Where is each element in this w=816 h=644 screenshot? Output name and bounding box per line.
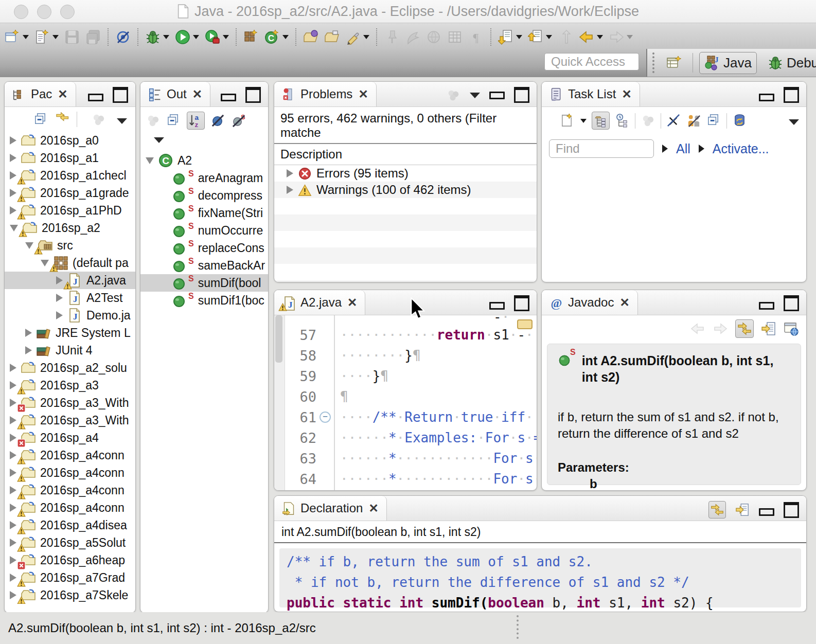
expand-arrow[interactable] [699,145,704,153]
minimize-view-icon[interactable] [489,302,505,310]
expand-arrow-icon[interactable] [287,169,293,177]
close-tab-icon[interactable]: ✕ [358,87,368,101]
pin-editor-icon[interactable] [382,28,401,46]
minimize-view-icon[interactable] [759,302,774,310]
editor-code-line[interactable]: 64······*············For·s·= [285,469,537,489]
expand-arrow-icon[interactable] [56,311,63,319]
outline-tree-item[interactable]: SareAnagram [140,169,268,187]
perspective-java-button[interactable]: J Java [699,52,757,74]
expand-arrow-icon[interactable] [10,434,16,442]
tab-task-list[interactable]: Task List ✕ [542,82,640,106]
package-tree-item[interactable]: JDemo.ja [5,307,135,324]
quick-access-input[interactable]: Quick Access [544,53,639,70]
collapse-all-icon[interactable] [33,112,48,127]
hide-fields-icon[interactable] [210,113,225,128]
new-file-icon[interactable] [33,28,60,46]
package-tree-item[interactable]: 2016sp_a4 [5,429,135,446]
expand-arrow[interactable] [662,145,668,153]
view-menu-icon[interactable] [789,119,799,125]
editor-code-line[interactable]: 57············return·s1·-· [285,325,537,345]
skip-breakpoints-icon[interactable] [114,28,132,46]
tab-package-explorer[interactable]: Pac ✕ [5,82,76,106]
tab-declaration[interactable]: Declaration ✕ [274,496,387,521]
outline-tree-item[interactable]: SreplaceCons [140,239,268,257]
package-tree-item[interactable]: src [5,237,135,254]
editor-left-ruler[interactable] [274,315,285,491]
mark-occurrences-icon[interactable] [344,28,371,46]
package-tree-item[interactable]: 2016sp_a4conn [5,446,135,464]
back-icon[interactable] [577,28,605,46]
package-tree-item[interactable]: 2016sp_a7Grad [5,569,135,586]
package-tree-item[interactable]: 2016sp_a0 [5,132,135,149]
package-tree-item[interactable]: 2016sp_a6heap [5,551,135,569]
new-task-dropdown-icon[interactable] [580,119,587,123]
expand-arrow-icon[interactable] [10,521,16,529]
expand-arrow-icon[interactable] [10,381,16,389]
close-tab-icon[interactable]: ✕ [622,87,631,101]
fold-collapse-icon[interactable]: − [320,412,331,423]
editor-code-line[interactable]: 63······*············For·s·= [285,448,537,469]
hide-static-members-icon[interactable]: S [231,113,246,128]
package-tree-item[interactable]: JA2.java [5,272,135,289]
collapse-arrow-icon[interactable] [146,157,154,164]
link-with-editor-icon[interactable] [708,501,726,518]
tab-problems[interactable]: Problems ✕ [274,82,377,106]
status-drag-handle[interactable] [517,615,522,639]
expand-arrow-icon[interactable] [10,364,16,372]
maximize-view-icon[interactable] [514,295,529,311]
expand-arrow-icon[interactable] [10,556,16,564]
new-wizard-icon[interactable] [3,28,30,46]
package-tree-item[interactable]: 2016sp_a2_solu [5,359,135,377]
collapse-arrow-icon[interactable] [10,225,18,231]
tab-outline[interactable]: Out ✕ [140,82,210,106]
collapse-arrow-icon[interactable] [25,242,33,249]
package-tree-item[interactable]: 2016sp_a3 [5,377,135,394]
collapse-all-icon[interactable] [166,113,181,128]
focus-on-task-icon[interactable] [146,113,161,128]
forward-icon[interactable] [607,28,634,46]
tab-editor-a2java[interactable]: J A2.java ✕ [274,290,365,315]
expand-arrow-icon[interactable] [10,189,16,197]
expand-arrow-icon[interactable] [56,276,63,284]
focus-on-workweek-icon[interactable] [641,113,655,128]
editor-code-line[interactable]: 59····}¶ [285,366,537,386]
link-with-editor-icon[interactable] [55,112,70,127]
scheduled-view-icon[interactable] [615,113,630,128]
expand-arrow-icon[interactable] [25,346,32,354]
outline-tree-item[interactable]: Sdecompress [140,187,268,204]
expand-arrow-icon[interactable] [287,186,293,194]
outline-tree-item[interactable]: SsameBackAr [140,257,268,274]
perspective-debug-button[interactable]: Debug [763,52,816,74]
perspective-drag-handle[interactable] [652,52,654,73]
maximize-view-icon[interactable] [784,87,799,103]
open-in-browser-icon[interactable] [784,321,799,336]
editor-code-line[interactable]: 61−····/**·Return·true·iff· [285,407,537,427]
editor-code-line[interactable]: 62······*·Examples:·For·s·= [285,427,537,448]
view-menu-icon[interactable] [154,137,164,143]
expand-arrow-icon[interactable] [10,469,16,477]
package-tree-item[interactable]: 2016sp_a4conn [5,481,135,499]
javadoc-forward-icon[interactable] [713,321,728,336]
expand-arrow-icon[interactable] [10,591,16,599]
focus-on-task-icon[interactable] [446,88,460,102]
package-tree-item[interactable]: 2016sp_a2 [5,219,135,237]
close-tab-icon[interactable]: ✕ [368,502,378,515]
open-type-icon[interactable] [301,28,320,46]
categorized-view-icon[interactable] [592,112,610,130]
synchronize-icon[interactable] [732,113,747,128]
expand-arrow-icon[interactable] [10,171,16,180]
problems-group-row[interactable]: Errors (95 items) [274,165,537,182]
save-icon[interactable] [63,28,81,46]
package-tree-item[interactable]: 2016sp_a4disea [5,516,135,534]
expand-arrow-icon[interactable] [25,329,32,337]
run-icon[interactable] [173,28,201,46]
maximize-view-icon[interactable] [784,295,799,311]
maximize-view-icon[interactable] [113,87,128,103]
open-perspective-button[interactable] [662,52,686,73]
external-tools-icon[interactable] [203,28,230,46]
minimize-view-icon[interactable] [88,94,103,101]
code-editor[interactable]: -·""57············return·s1·-·58········… [274,315,537,491]
view-menu-icon[interactable] [117,118,127,124]
view-menu-icon[interactable] [470,93,480,98]
package-tree-item[interactable]: 2016sp_a1checl [5,167,135,184]
